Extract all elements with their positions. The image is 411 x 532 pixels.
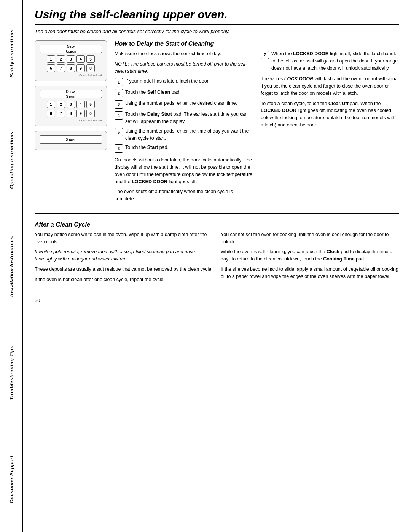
sidebar-section-operating: Operating Instructions [0, 107, 22, 214]
text-panel: How to Delay the Start of Cleaning Make … [115, 40, 399, 206]
key-9: 9 [76, 64, 85, 72]
step-text-2: Touch the Self Clean pad. [125, 89, 253, 96]
section-divider [35, 213, 399, 214]
controls-lockout-1: Controls Lockout [40, 73, 102, 77]
sidebar: Safety Instructions Operating Instructio… [0, 0, 23, 532]
page-subtitle: The oven door must be closed and all con… [35, 29, 399, 34]
step-1: 1 If your model has a latch, latch the d… [115, 78, 253, 86]
controls-lockout-2: Controls Lockout [40, 119, 102, 122]
start-keypad: Start [35, 131, 107, 150]
self-clean-key: Self Clean [40, 45, 102, 53]
key-2b: 2 [57, 101, 65, 108]
delay-content: Make sure the clock shows the correct ti… [115, 50, 399, 206]
sidebar-label-troubleshooting: Troubleshooting Tips [9, 346, 14, 400]
step-7: 7 When the LOCKED DOOR light is off, sli… [261, 50, 399, 72]
para-1: On models without a door latch, the door… [115, 157, 253, 185]
after-right-para-1: You cannot set the oven for cooking unti… [221, 231, 399, 246]
para-2: The oven shuts off automatically when th… [115, 188, 253, 203]
right-steps-col: 7 When the LOCKED DOOR light is off, sli… [261, 50, 399, 206]
sidebar-label-operating: Operating Instructions [9, 131, 14, 189]
sidebar-section-consumer: Consumer Support [0, 426, 22, 532]
after-para-1: You may notice some white ash in the ove… [35, 231, 213, 246]
key-3b: 3 [67, 101, 75, 108]
step-text-4: Touch the Delay Start pad. The earliest … [125, 111, 253, 125]
start-key: Start [40, 135, 102, 144]
after-clean-area: You may notice some white ash in the ove… [35, 231, 399, 286]
key-8b: 8 [67, 110, 75, 117]
key-0b: 0 [86, 110, 95, 117]
diagram-panel: Self Clean 1 2 3 4 5 6 7 8 [35, 40, 107, 206]
step-num-7: 7 [261, 51, 269, 59]
sidebar-label-safety: Safety Instructions [9, 29, 14, 78]
sidebar-section-installation: Installation Instructions [0, 213, 22, 320]
key-9b: 9 [76, 110, 85, 117]
step-6: 6 Touch the Start pad. [115, 144, 253, 153]
key-1b: 1 [47, 101, 55, 108]
after-para-3: These deposits are usually a salt residu… [35, 266, 213, 273]
page-number: 30 [35, 294, 399, 303]
key-0: 0 [86, 64, 95, 72]
step-text-7: When the LOCKED DOOR light is off, slide… [271, 50, 399, 72]
delay-start-key: Delay Start [40, 90, 102, 98]
after-para-2: If white spots remain, remove them with … [35, 248, 213, 263]
key-5: 5 [86, 55, 95, 63]
step-text-3: Using the number pads, enter the desired… [125, 100, 253, 107]
key-4: 4 [76, 55, 85, 63]
self-clean-keypad: Self Clean 1 2 3 4 5 6 7 8 [35, 40, 107, 81]
key-1: 1 [47, 55, 55, 63]
key-2: 2 [57, 55, 65, 63]
step-num-3: 3 [115, 100, 123, 109]
sidebar-section-safety: Safety Instructions [0, 0, 22, 107]
after-clean-right: You cannot set the oven for cooking unti… [221, 231, 399, 286]
step-num-1: 1 [115, 78, 123, 86]
key-8: 8 [67, 64, 75, 72]
self-clean-key-label1: Self [66, 44, 76, 49]
key-4b: 4 [76, 101, 85, 108]
step-num-6: 6 [115, 144, 123, 153]
key-6b: 6 [47, 110, 55, 117]
step-text-6: Touch the Start pad. [125, 144, 253, 151]
keypad-row-2: 6 7 8 9 0 [40, 64, 102, 72]
after-para-4: If the oven is not clean after one clean… [35, 276, 213, 283]
step-num-4: 4 [115, 111, 123, 120]
content-area: Self Clean 1 2 3 4 5 6 7 8 [35, 40, 399, 206]
step-2: 2 Touch the Self Clean pad. [115, 89, 253, 97]
sidebar-label-consumer: Consumer Support [9, 455, 14, 503]
note-text: NOTE: The surface burners must be turned… [115, 61, 253, 75]
step-text-1: If your model has a latch, latch the doo… [125, 78, 253, 85]
sidebar-label-installation: Installation Instructions [9, 236, 14, 297]
keypad-row-4: 6 7 8 9 0 [40, 110, 102, 117]
after-clean-left: You may notice some white ash in the ove… [35, 231, 213, 286]
key-7b: 7 [57, 110, 65, 117]
left-steps-col: Make sure the clock shows the correct ti… [115, 50, 253, 206]
key-7: 7 [57, 64, 65, 72]
keypad-row-1: 1 2 3 4 5 [40, 55, 102, 63]
delay-key-label2: Start [66, 94, 75, 99]
self-clean-key-label2: Clean [66, 49, 76, 54]
key-3: 3 [67, 55, 75, 63]
after-clean-section: After a Clean Cycle You may notice some … [35, 221, 399, 286]
intro-text: Make sure the clock shows the correct ti… [115, 50, 253, 58]
delay-section-title: How to Delay the Start of Cleaning [115, 40, 399, 47]
right-para-2: To stop a clean cycle, touch the Clear/O… [261, 100, 399, 129]
step-5: 5 Using the number pads, enter the time … [115, 128, 253, 142]
after-clean-title: After a Clean Cycle [35, 221, 399, 228]
key-5b: 5 [86, 101, 95, 108]
sidebar-section-troubleshooting: Troubleshooting Tips [0, 320, 22, 427]
main-content: Using the self-cleaning upper oven. The … [23, 0, 411, 532]
right-para-1: The words LOCK DOOR will flash and the o… [261, 75, 399, 97]
after-right-para-3: If the shelves become hard to slide, app… [221, 266, 399, 280]
step-num-2: 2 [115, 89, 123, 97]
key-6: 6 [47, 64, 55, 72]
keypad-row-3: 1 2 3 4 5 [40, 101, 102, 108]
page-title: Using the self-cleaning upper oven. [35, 8, 399, 25]
step-text-5: Using the number pads, enter the time of… [125, 128, 253, 142]
step-num-5: 5 [115, 128, 123, 136]
delay-start-keypad: Delay Start 1 2 3 4 5 6 7 8 [35, 86, 107, 126]
delay-key-label1: Delay [66, 89, 75, 94]
step-4: 4 Touch the Delay Start pad. The earlies… [115, 111, 253, 125]
step-3: 3 Using the number pads, enter the desir… [115, 100, 253, 109]
after-right-para-2: While the oven is self-cleaning, you can… [221, 248, 399, 263]
